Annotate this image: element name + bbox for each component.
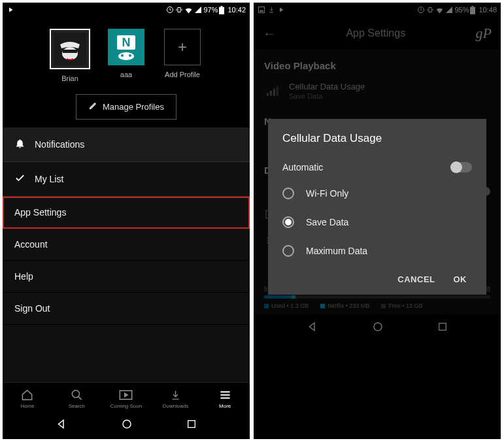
signal-bars-icon — [264, 85, 280, 97]
phone-left-more-screen: 97% 10:42 — [3, 3, 250, 439]
android-back-button[interactable] — [56, 418, 67, 433]
menu-label: App Settings — [14, 207, 66, 218]
menu-item-app-settings[interactable]: App Settings — [3, 197, 250, 229]
phone-right-app-settings: 95% 10:48 ← App Settings gP Video Playba… — [254, 3, 501, 439]
watermark: gP — [476, 25, 492, 42]
home-icon — [21, 388, 33, 401]
ok-button[interactable]: OK — [454, 274, 467, 284]
cancel-button[interactable]: CANCEL — [397, 274, 435, 284]
profile-name: Add Profile — [165, 71, 200, 78]
image-icon — [258, 6, 265, 14]
android-back-button[interactable] — [307, 321, 318, 335]
avatar-icon — [54, 33, 86, 65]
cellular-data-dialog: Cellular Data Usage Automatic Wi-Fi Only… — [268, 119, 486, 295]
nav-coming-soon[interactable]: Coming Soon — [107, 388, 146, 409]
nav-label: Home — [20, 403, 34, 409]
manage-profiles-button[interactable]: Manage Profiles — [76, 94, 176, 120]
wifi-icon — [435, 6, 444, 14]
android-recent-button[interactable] — [437, 321, 448, 335]
svg-point-29 — [374, 323, 382, 331]
automatic-label: Automatic — [282, 162, 323, 172]
nav-downloads[interactable]: Downloads — [156, 388, 195, 409]
svg-point-5 — [62, 47, 78, 60]
setting-cellular-data[interactable]: Cellular Data Usage Save Data — [254, 75, 501, 107]
clock-icon — [166, 6, 174, 14]
radio-button — [282, 216, 294, 228]
setting-sublabel: Save Data — [289, 92, 490, 100]
menu-label: Notifications — [35, 139, 84, 150]
menu-item-mylist[interactable]: My List — [3, 162, 250, 197]
radio-wifi-only[interactable]: Wi-Fi Only — [282, 179, 472, 208]
check-icon — [14, 172, 25, 186]
svg-rect-6 — [63, 50, 77, 53]
plus-icon: + — [164, 29, 201, 65]
app-settings-header: ← App Settings gP — [254, 17, 501, 50]
menu-label: Account — [14, 239, 48, 250]
radio-button — [282, 188, 294, 199]
profiles-section: Brian N aaa + — [3, 17, 250, 127]
clock-icon — [417, 6, 425, 14]
toggle-switch[interactable] — [451, 162, 472, 172]
profile-name: aaa — [120, 71, 132, 78]
section-video-playback: Video Playback — [254, 51, 501, 75]
android-recent-button[interactable] — [186, 419, 197, 432]
profile-aaa[interactable]: N aaa — [103, 29, 149, 82]
profile-brian[interactable]: Brian — [47, 29, 93, 82]
menu-list: Notifications My List App Settings Accou… — [3, 127, 250, 382]
svg-rect-21 — [267, 93, 269, 95]
dialog-title: Cellular Data Usage — [282, 132, 472, 145]
svg-point-12 — [72, 390, 79, 397]
back-button[interactable]: ← — [263, 26, 276, 41]
status-bar: 95% 10:48 — [254, 3, 501, 17]
menu-item-notifications[interactable]: Notifications — [3, 127, 250, 162]
legend-free: Free • 13 GB — [388, 303, 422, 309]
play-rect-icon — [119, 388, 133, 401]
menu-item-signout[interactable]: Sign Out — [3, 293, 250, 325]
svg-rect-3 — [221, 6, 223, 7]
setting-label: Cellular Data Usage — [289, 82, 490, 91]
svg-point-9 — [118, 52, 134, 60]
profile-name: Brian — [61, 74, 78, 82]
nav-label: More — [219, 403, 231, 409]
wifi-icon — [184, 6, 193, 14]
profile-add[interactable]: + Add Profile — [160, 29, 205, 82]
svg-point-11 — [129, 54, 131, 57]
svg-rect-30 — [439, 323, 446, 331]
menu-label: Help — [14, 271, 33, 282]
app-notify-icon — [7, 6, 14, 14]
battery-icon — [219, 6, 224, 14]
nav-label: Downloads — [163, 403, 189, 409]
svg-rect-19 — [470, 7, 475, 14]
nav-search[interactable]: Search — [57, 388, 96, 409]
app-notify-icon — [277, 6, 285, 14]
svg-rect-2 — [219, 7, 224, 14]
menu-icon — [219, 388, 231, 401]
download-icon — [170, 388, 181, 401]
svg-point-14 — [123, 420, 131, 428]
battery-icon — [470, 6, 475, 14]
bell-icon — [14, 138, 25, 151]
menu-item-help[interactable]: Help — [3, 261, 250, 293]
manage-profiles-label: Manage Profiles — [103, 102, 164, 112]
radio-maximum-data[interactable]: Maximum Data — [282, 237, 472, 265]
svg-rect-24 — [277, 86, 278, 95]
battery-percent: 97% — [203, 6, 218, 14]
battery-percent: 95% — [454, 6, 469, 14]
status-bar: 97% 10:42 — [3, 3, 250, 17]
radio-save-data[interactable]: Save Data — [282, 208, 472, 237]
page-title: App Settings — [276, 27, 476, 39]
android-home-button[interactable] — [372, 321, 384, 335]
svg-rect-15 — [188, 421, 195, 428]
download-small-icon — [268, 6, 275, 14]
vibrate-icon — [175, 6, 183, 14]
svg-rect-20 — [472, 6, 474, 7]
svg-rect-16 — [259, 7, 265, 13]
radio-label: Maximum Data — [306, 246, 367, 256]
nav-more[interactable]: More — [205, 388, 244, 409]
android-home-button[interactable] — [121, 418, 133, 433]
automatic-toggle-row[interactable]: Automatic — [282, 156, 472, 179]
nav-home[interactable]: Home — [8, 388, 47, 409]
clock-time: 10:48 — [479, 6, 497, 14]
menu-label: My List — [35, 174, 63, 184]
menu-item-account[interactable]: Account — [3, 229, 250, 261]
